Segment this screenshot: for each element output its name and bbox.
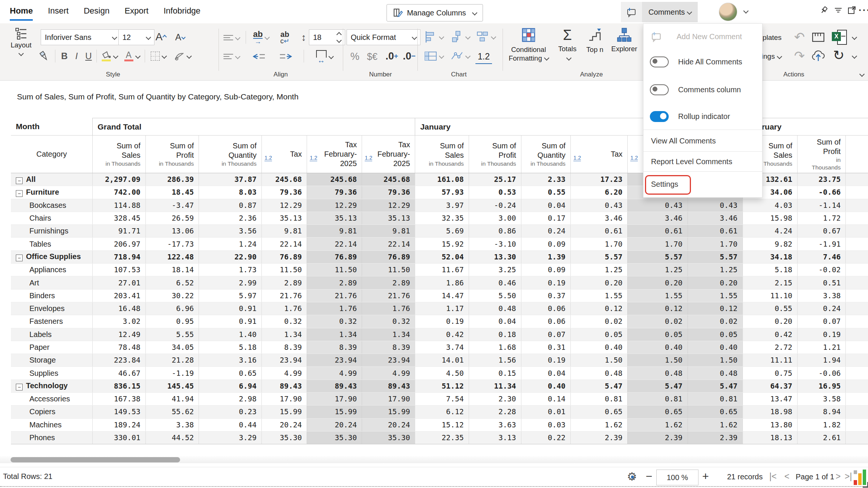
column-header[interactable]: Sum of Quantityin Thousands [521,136,570,173]
cell[interactable]: 2.89 [362,276,415,289]
cell[interactable]: 1.24 [199,238,262,250]
cell[interactable]: 0.15 [469,367,521,380]
cell[interactable]: 0.75 [743,367,798,380]
cell[interactable]: 5.57 [688,250,743,263]
cell[interactable]: 5.97 [199,289,262,302]
cell[interactable]: 0.01 [521,406,570,418]
row-label[interactable]: Labels [11,328,93,341]
cell[interactable]: 1.55 [628,289,688,302]
cell[interactable]: 13.47 [743,393,798,406]
chart-bars-button[interactable] [422,29,445,45]
cell[interactable]: 1.34 [261,328,307,341]
cell[interactable]: 16.95 [798,380,846,392]
cell[interactable]: 3.46 [571,212,628,224]
cell[interactable]: 0.17 [521,212,570,224]
row-label[interactable]: Phones [11,431,93,444]
cell[interactable]: 328.45 [93,212,146,224]
cell[interactable]: 0.43 [571,199,628,212]
cell[interactable]: 35.30 [261,431,307,444]
cell[interactable]: 1.25 [571,264,628,276]
cell[interactable]: 0.48 [571,367,628,380]
cell[interactable]: -0.06 [798,367,846,380]
cell[interactable]: 7.46 [798,250,846,263]
cell[interactable]: -1.19 [145,367,199,380]
cell[interactable]: -0.66 [798,186,846,199]
previous-page-button[interactable]: < [784,471,789,482]
menu-item-rollup-indicator[interactable]: Rollup indicator [643,106,762,127]
cell[interactable]: 89.43 [362,380,415,392]
cell[interactable]: 5.47 [628,380,688,392]
cell[interactable]: 0.20 [571,276,628,289]
cell[interactable]: 167.38 [93,393,146,406]
cell[interactable]: 0.12 [688,302,743,315]
cell[interactable]: 7.54 [415,393,469,406]
cell[interactable]: 22.14 [261,238,307,250]
collapse-row-icon[interactable]: − [16,177,23,184]
cell[interactable]: 1.34 [307,328,362,341]
cell[interactable]: 4.99 [307,367,362,380]
cell[interactable]: 21.76 [261,289,307,302]
cell[interactable]: 2.39 [571,431,628,444]
cell[interactable]: 89.43 [261,380,307,392]
cell[interactable]: 26.59 [145,212,199,224]
cell[interactable]: 11.50 [307,264,362,276]
cell[interactable]: 0.09 [521,238,570,250]
cell[interactable]: 30.22 [145,289,199,302]
cell[interactable]: 13.06 [145,225,199,238]
format-painter-button[interactable] [36,48,52,64]
cell[interactable]: 22.35 [415,431,469,444]
cell[interactable]: 1.55 [688,289,743,302]
redo-icon[interactable]: ↷ [791,47,808,64]
cell[interactable]: 1.56 [469,354,521,367]
cell[interactable]: 0.02 [688,315,743,328]
more-options-icon[interactable]: ··· [859,5,868,16]
tab-home[interactable]: Home [10,6,33,21]
cell[interactable]: 9.81 [307,225,362,238]
cell[interactable]: 8.39 [261,341,307,354]
tab-export[interactable]: Export [125,6,149,21]
cell[interactable]: 0.61 [628,225,688,238]
cell[interactable]: 1.34 [362,328,415,341]
cell[interactable]: 0.12 [571,302,628,315]
cell[interactable]: 0.02 [571,315,628,328]
cell[interactable]: 21.76 [362,289,415,302]
cell[interactable]: 1.62 [571,418,628,431]
cell[interactable]: 1.76 [261,302,307,315]
cell[interactable]: 3.38 [798,289,846,302]
cell[interactable]: 3.38 [145,418,199,431]
number-format-badge[interactable]: 1.2 [573,155,581,161]
collapse-row-icon[interactable]: − [16,255,23,261]
cell[interactable]: 15.12 [415,418,469,431]
horizontal-scrollbar-thumb[interactable] [11,457,180,462]
cell[interactable]: 223.84 [93,354,146,367]
row-label[interactable]: Machines [11,418,93,431]
row-label[interactable]: Art [11,276,93,289]
cell[interactable]: 0.19 [798,328,846,341]
cell[interactable]: 1.50 [571,354,628,367]
cell[interactable]: 107.53 [93,264,146,276]
cell[interactable]: 3.02 [93,315,146,328]
cell[interactable]: 0.24 [798,302,846,315]
quick-format-select[interactable]: Quick Format [347,29,420,45]
cell[interactable]: 1.70 [628,238,688,250]
row-label[interactable]: Copiers [11,406,93,418]
cell[interactable]: 0.22 [521,431,570,444]
rollup-indicator-toggle[interactable] [650,111,669,122]
month-group-header[interactable]: Grand Total [93,118,415,136]
row-label[interactable]: Binders [11,289,93,302]
cell[interactable]: 5.55 [145,328,199,341]
cell[interactable]: 3.58 [798,393,846,406]
cell[interactable]: 20.24 [261,418,307,431]
cell[interactable]: 0.24 [521,225,570,238]
cell[interactable]: 0.65 [688,406,743,418]
cell[interactable]: 11.34 [469,380,521,392]
cell[interactable]: -1.14 [798,199,846,212]
cell[interactable]: 6.52 [145,276,199,289]
cell[interactable]: 22.90 [199,250,262,263]
cell[interactable]: 0.18 [469,328,521,341]
cell[interactable]: 2.15 [743,276,798,289]
cell[interactable]: 13.80 [743,418,798,431]
cell[interactable]: 0.32 [362,315,415,328]
cell[interactable]: 76.89 [362,250,415,263]
decrease-indent-button[interactable] [251,50,267,63]
